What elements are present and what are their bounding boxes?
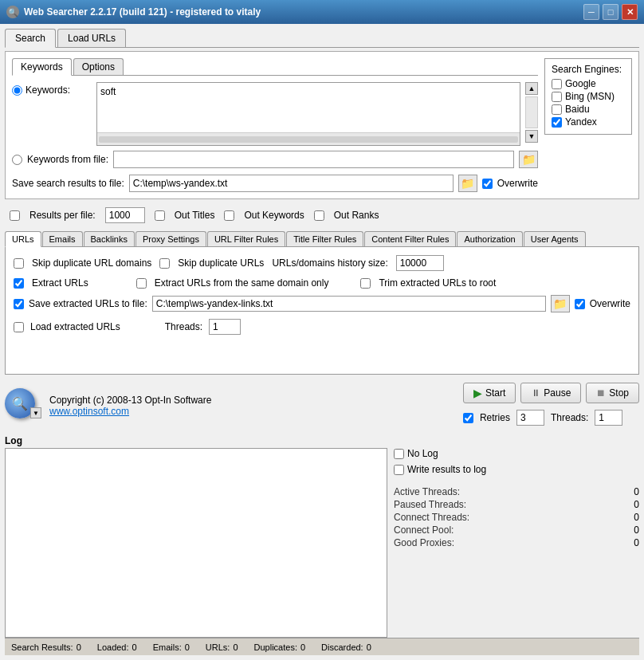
skip-duplicate-domains-checkbox[interactable] bbox=[14, 258, 24, 269]
results-per-file-input[interactable] bbox=[105, 207, 145, 223]
retries-checkbox[interactable] bbox=[463, 413, 473, 423]
out-ranks-checkbox[interactable] bbox=[314, 210, 324, 221]
tab-proxy-settings[interactable]: Proxy Settings bbox=[135, 231, 206, 246]
history-size-input[interactable] bbox=[396, 255, 444, 271]
engine-yandex-checkbox[interactable] bbox=[552, 117, 562, 128]
status-urls-value: 0 bbox=[233, 642, 238, 652]
status-duplicates: Duplicates: 0 bbox=[254, 642, 306, 652]
start-button[interactable]: ▶ Start bbox=[463, 383, 516, 403]
search-engines-title: Search Engines: bbox=[552, 64, 625, 75]
window-controls: ─ □ ✕ bbox=[583, 4, 638, 20]
overwrite-label: Overwrite bbox=[497, 178, 538, 189]
save-results-input[interactable] bbox=[129, 175, 454, 192]
trim-urls-label: Trim extracted URLs to root bbox=[379, 277, 496, 289]
copyright-block: Copyright (c) 2008-13 Opt-In Software ww… bbox=[49, 395, 457, 417]
tab-emails[interactable]: Emails bbox=[42, 231, 83, 246]
active-threads-value: 0 bbox=[623, 486, 639, 497]
search-engines-box: Search Engines: Google Bing (MSN) Baidu bbox=[544, 58, 632, 135]
tab-authorization[interactable]: Authorization bbox=[457, 231, 522, 246]
active-threads-label: Active Threads: bbox=[394, 486, 460, 497]
engine-yandex: Yandex bbox=[552, 116, 625, 128]
from-file-browse-btn[interactable]: 📁 bbox=[519, 151, 538, 168]
status-search-results-value: 0 bbox=[77, 642, 81, 652]
save-extracted-checkbox[interactable] bbox=[14, 299, 24, 309]
out-keywords-checkbox[interactable] bbox=[224, 210, 234, 221]
out-titles-checkbox[interactable] bbox=[155, 210, 165, 221]
keywords-label: Keywords: bbox=[26, 84, 70, 96]
extract-urls-checkbox[interactable] bbox=[14, 278, 24, 289]
load-extracted-row: Load extracted URLs Threads: bbox=[14, 319, 630, 335]
controls-area: 🔍 ▼ Copyright (c) 2008-13 Opt-In Softwar… bbox=[5, 378, 639, 434]
tab-title-filter-rules[interactable]: Title Filter Rules bbox=[286, 231, 363, 246]
save-extracted-overwrite-checkbox[interactable] bbox=[575, 299, 585, 309]
tab-content-filter-rules[interactable]: Content Filter Rules bbox=[364, 231, 456, 246]
tab-search[interactable]: Search bbox=[5, 29, 56, 48]
active-threads-row: Active Threads: 0 bbox=[394, 486, 639, 497]
engine-google-checkbox[interactable] bbox=[552, 79, 562, 89]
keywords-radio[interactable] bbox=[12, 85, 22, 96]
log-textarea[interactable] bbox=[5, 448, 387, 638]
scroll-track bbox=[525, 96, 538, 128]
status-duplicates-label: Duplicates: bbox=[254, 642, 297, 652]
app-icon: 🔍 bbox=[6, 6, 19, 18]
maximize-button[interactable]: □ bbox=[603, 4, 618, 20]
horizontal-scrollbar[interactable] bbox=[97, 132, 520, 145]
pause-button[interactable]: ⏸ Pause bbox=[520, 383, 581, 403]
write-results-checkbox[interactable] bbox=[394, 465, 404, 475]
close-button[interactable]: ✕ bbox=[622, 4, 638, 20]
ctrl-threads-input[interactable] bbox=[595, 410, 622, 426]
pause-icon: ⏸ bbox=[531, 387, 540, 399]
no-log-checkbox[interactable] bbox=[394, 449, 404, 459]
url-section: URLs Emails Backlinks Proxy Settings URL… bbox=[5, 231, 639, 375]
website-link[interactable]: www.optinsoft.com bbox=[49, 406, 129, 417]
results-per-file-checkbox[interactable] bbox=[10, 210, 20, 221]
retries-row: Retries Threads: bbox=[463, 407, 639, 429]
from-file-label: Keywords from file: bbox=[27, 154, 108, 165]
stop-button[interactable]: ⏹ Stop bbox=[586, 383, 639, 403]
tab-urls[interactable]: URLs bbox=[5, 231, 41, 247]
keywords-textarea[interactable] bbox=[97, 83, 520, 132]
ctrl-threads-label: Threads: bbox=[551, 412, 588, 423]
tab-options[interactable]: Options bbox=[73, 58, 124, 75]
status-loaded-value: 0 bbox=[132, 642, 137, 652]
status-emails-value: 0 bbox=[185, 642, 190, 652]
save-extracted-input[interactable] bbox=[152, 296, 546, 312]
trim-urls-checkbox[interactable] bbox=[360, 278, 371, 289]
retries-label: Retries bbox=[480, 412, 510, 423]
skip-duplicate-urls-checkbox[interactable] bbox=[159, 258, 170, 269]
save-results-row: Save search results to file: 📁 Overwrite bbox=[12, 175, 538, 192]
tab-keywords[interactable]: Keywords bbox=[12, 58, 72, 76]
tab-backlinks[interactable]: Backlinks bbox=[84, 231, 135, 246]
extract-same-domain-checkbox[interactable] bbox=[136, 278, 147, 289]
engine-baidu-checkbox[interactable] bbox=[552, 104, 562, 115]
logo-dropdown-btn[interactable]: ▼ bbox=[30, 407, 41, 418]
log-label: Log bbox=[5, 435, 639, 446]
from-file-radio[interactable] bbox=[12, 155, 22, 165]
scroll-up-btn[interactable]: ▲ bbox=[525, 82, 538, 95]
threads-input[interactable] bbox=[209, 319, 241, 335]
from-file-input[interactable] bbox=[113, 151, 514, 168]
scroll-down-btn[interactable]: ▼ bbox=[525, 130, 538, 143]
save-results-browse-btn[interactable]: 📁 bbox=[458, 175, 477, 192]
status-discarded: Discarded: 0 bbox=[321, 642, 371, 652]
engine-bing-checkbox[interactable] bbox=[552, 92, 562, 102]
start-icon: ▶ bbox=[473, 387, 482, 399]
overwrite-checkbox[interactable] bbox=[482, 179, 493, 189]
status-urls: URLs: 0 bbox=[206, 642, 238, 652]
retries-input[interactable] bbox=[516, 410, 544, 426]
extract-urls-row: Extract URLs Extract URLs from the same … bbox=[14, 277, 630, 289]
status-loaded: Loaded: 0 bbox=[97, 642, 137, 652]
status-search-results: Search Results: 0 bbox=[11, 642, 81, 652]
status-urls-label: URLs: bbox=[206, 642, 230, 652]
log-checkboxes: No Log Write results to log bbox=[394, 448, 639, 477]
out-titles-label: Out Titles bbox=[175, 210, 215, 221]
tab-url-filter-rules[interactable]: URL Filter Rules bbox=[207, 231, 285, 246]
tab-load-urls[interactable]: Load URLs bbox=[57, 29, 126, 47]
main-window: Search Load URLs Keywords Options Keywor… bbox=[0, 24, 644, 660]
bottom-area: 🔍 ▼ Copyright (c) 2008-13 Opt-In Softwar… bbox=[5, 378, 639, 638]
tab-user-agents[interactable]: User Agents bbox=[524, 231, 586, 246]
save-extracted-browse-btn[interactable]: 📁 bbox=[551, 295, 570, 312]
minimize-button[interactable]: ─ bbox=[583, 4, 599, 20]
save-extracted-label: Save extracted URLs to file: bbox=[29, 298, 147, 309]
load-extracted-checkbox[interactable] bbox=[14, 322, 24, 332]
